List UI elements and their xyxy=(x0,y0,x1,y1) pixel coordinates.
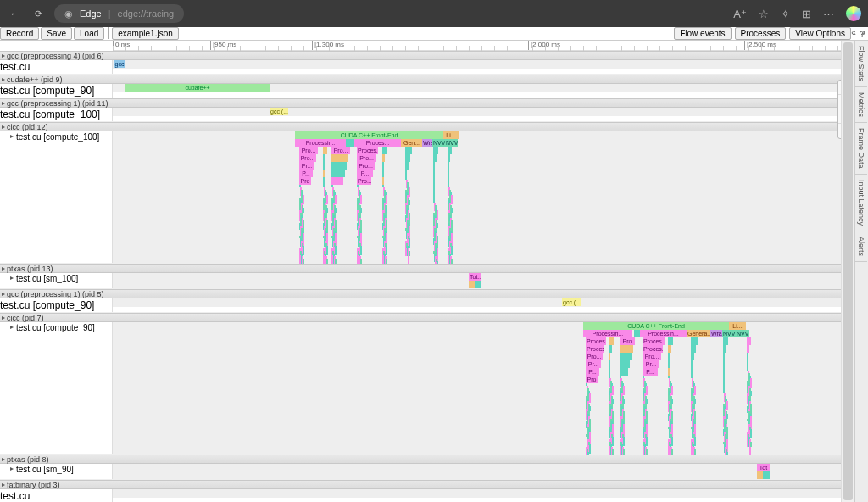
thread-label[interactable]: test.cu [compute_90] xyxy=(0,84,113,98)
flame-slice[interactable]: Proces... xyxy=(357,147,378,154)
flame-slice[interactable]: Li... xyxy=(443,131,459,139)
time-ruler[interactable]: 0 ms|950 ms|1,300 ms|2,000 ms|2,500 ms|2… xyxy=(113,41,854,51)
trace-slice[interactable]: Tot xyxy=(757,464,770,471)
thread-label[interactable]: ▸test.cu [compute_100] xyxy=(0,131,113,263)
flame-slice[interactable] xyxy=(723,376,725,383)
flame-slice[interactable]: NVV xyxy=(722,330,736,337)
timeline-track[interactable]: Tot... xyxy=(113,273,854,288)
side-tab[interactable]: Alerts xyxy=(855,231,867,262)
flame-slice[interactable]: Pro... xyxy=(357,177,371,185)
timeline-track[interactable]: gcc (... xyxy=(113,298,854,307)
flame-slice[interactable] xyxy=(723,345,726,353)
timeline-track[interactable]: gcc (... xyxy=(113,108,854,116)
flame-slice[interactable] xyxy=(323,177,325,185)
trace-slice[interactable]: cudafe++ xyxy=(125,84,270,92)
flame-slice[interactable] xyxy=(747,337,751,345)
thread-label[interactable]: ▸test.cu [sm_100] xyxy=(0,273,113,288)
flame-slice[interactable] xyxy=(331,154,348,162)
flame-slice[interactable] xyxy=(323,147,327,154)
thread-label[interactable]: ▸test.cu [sm_90] xyxy=(0,464,113,479)
flame-slice[interactable] xyxy=(723,360,725,368)
flame-slice[interactable] xyxy=(609,337,614,345)
timeline-track[interactable]: Tot xyxy=(113,464,854,479)
flame-slice[interactable] xyxy=(405,162,409,170)
flame-slice[interactable] xyxy=(323,154,326,162)
flame-slice[interactable] xyxy=(668,345,671,353)
process-header[interactable]: ▸gcc (preprocessing 1) (pid 11)X xyxy=(0,98,854,108)
flame-slice[interactable]: Pro... xyxy=(331,147,350,154)
expand-arrow-icon[interactable]: ▸ xyxy=(10,132,14,140)
flame-slice[interactable] xyxy=(433,154,437,162)
flame-slice[interactable]: Pro... xyxy=(357,162,375,170)
flame-slice[interactable]: Processin... xyxy=(640,330,687,337)
trace-slice[interactable]: gcc xyxy=(114,60,125,68)
side-tab[interactable]: Metrics xyxy=(855,87,867,123)
save-button[interactable]: Save xyxy=(41,27,72,40)
timeline-track[interactable] xyxy=(113,489,854,498)
flame-slice[interactable] xyxy=(382,154,385,162)
load-button[interactable]: Load xyxy=(74,27,104,40)
expand-arrow-icon[interactable]: ▸ xyxy=(10,323,14,331)
flame-slice[interactable] xyxy=(609,345,612,353)
expand-arrow-icon[interactable]: ▸ xyxy=(2,455,5,463)
flame-slice[interactable] xyxy=(448,154,450,162)
flame-slice[interactable] xyxy=(331,177,343,185)
flame-slice[interactable] xyxy=(448,177,449,185)
flame-slice[interactable] xyxy=(620,345,633,353)
flame-slice[interactable]: Wra xyxy=(710,330,722,337)
flame-slice[interactable]: Pro... xyxy=(643,353,661,360)
flame-slice[interactable]: Pro xyxy=(299,177,311,185)
address-bar[interactable]: ◉ Edge | edge://tracing xyxy=(54,4,184,23)
flame-slice[interactable] xyxy=(668,353,670,360)
flame-slice[interactable] xyxy=(331,162,347,170)
flame-slice[interactable]: CUDA C++ Front-End xyxy=(583,322,729,330)
trace-slice[interactable]: gcc (... xyxy=(562,298,581,306)
favorite-icon[interactable]: ☆ xyxy=(759,8,769,20)
flame-slice[interactable] xyxy=(668,360,670,368)
side-tab[interactable]: Flow Stats xyxy=(855,41,867,87)
flame-slice[interactable]: Proces... xyxy=(643,345,663,353)
process-header[interactable]: ▸ptxas (pid 13)X xyxy=(0,264,854,273)
flame-slice[interactable]: Pro... xyxy=(299,147,318,154)
flame-slice[interactable]: Pr... xyxy=(299,162,314,170)
copilot-icon[interactable] xyxy=(846,6,861,21)
flame-slice[interactable] xyxy=(747,353,748,360)
flame-slice[interactable] xyxy=(609,360,610,368)
timeline-track[interactable]: CUDA C++ Front-EndLi...Processin...Proce… xyxy=(113,322,854,454)
flame-slice[interactable]: Pro xyxy=(620,337,635,345)
timeline-track[interactable]: cudafe++ xyxy=(113,84,854,92)
flame-slice[interactable]: Processin... xyxy=(583,330,632,337)
flame-slice[interactable]: P... xyxy=(299,170,313,177)
thread-label[interactable]: test.cu [compute_90] xyxy=(0,298,113,312)
flame-slice[interactable]: P... xyxy=(643,368,658,376)
flame-slice[interactable]: Proces... xyxy=(643,337,665,345)
file-chip[interactable]: example1.json xyxy=(112,27,178,40)
flame-slice[interactable] xyxy=(691,337,698,345)
trace-slice[interactable]: Tot... xyxy=(469,273,481,281)
timeline-track[interactable]: CUDA C++ Front-EndLi...Processin..Proces… xyxy=(113,131,854,263)
flame-slice[interactable] xyxy=(691,368,693,376)
process-header[interactable]: ▸ptxas (pid 8)X xyxy=(0,455,854,464)
expand-arrow-icon[interactable]: ▸ xyxy=(2,265,5,272)
thread-label[interactable]: test.cu xyxy=(0,60,113,74)
flame-slice[interactable] xyxy=(668,368,670,376)
expand-arrow-icon[interactable]: ▸ xyxy=(2,290,5,298)
thread-label[interactable]: test.cu xyxy=(0,489,113,502)
expand-arrow-icon[interactable]: ▸ xyxy=(2,75,5,83)
flame-slice[interactable] xyxy=(382,162,384,170)
side-tab[interactable]: Frame Data xyxy=(855,123,867,175)
flame-slice[interactable]: Proces... xyxy=(586,337,606,345)
flame-slice[interactable]: Wra xyxy=(422,139,432,147)
expand-arrow-icon[interactable]: ▸ xyxy=(2,52,5,59)
flame-slice[interactable] xyxy=(723,383,725,391)
flame-slice[interactable]: Pr... xyxy=(586,360,601,368)
process-header[interactable]: ▸fatbinary (pid 3)X xyxy=(0,480,854,489)
trace-slice[interactable] xyxy=(475,281,481,288)
expand-arrow-icon[interactable]: ▸ xyxy=(10,274,14,282)
flame-slice[interactable] xyxy=(405,154,410,162)
flame-slice[interactable] xyxy=(382,147,387,154)
flame-slice[interactable]: Genera... xyxy=(687,330,710,337)
trace-slice[interactable] xyxy=(757,471,763,479)
thread-label[interactable]: ▸test.cu [compute_90] xyxy=(0,322,113,454)
flame-slice[interactable] xyxy=(323,170,325,177)
